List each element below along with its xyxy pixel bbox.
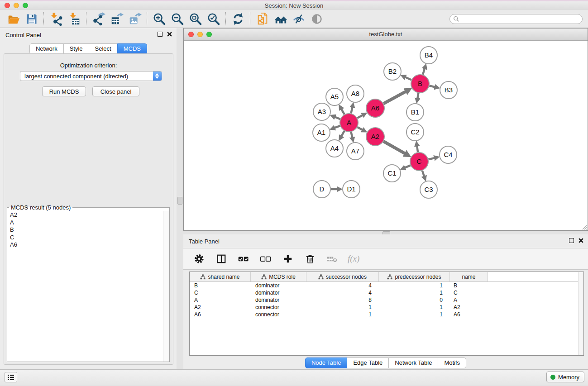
mcds-result-item[interactable]: C <box>10 234 163 242</box>
graph-node-A7[interactable]: A7 <box>347 143 364 160</box>
graph-node-D1[interactable]: D1 <box>343 181 360 198</box>
graph-edge-A-A3[interactable] <box>335 117 340 119</box>
mcds-result-item[interactable]: B <box>10 226 163 234</box>
column-header-shared-name[interactable]: shared name <box>190 272 251 281</box>
mcds-result-item[interactable]: A <box>10 219 163 227</box>
graph-node-B2[interactable]: B2 <box>384 63 401 80</box>
column-header-name[interactable]: name <box>450 272 488 281</box>
graph-node-C2[interactable]: C2 <box>406 124 424 141</box>
graph-node-B4[interactable]: B4 <box>420 47 437 64</box>
clone-network-button[interactable] <box>253 11 272 27</box>
delete-column-button[interactable] <box>303 252 317 266</box>
deselect-all-columns-button[interactable] <box>259 252 272 266</box>
tab-motifs[interactable]: Motifs <box>438 357 466 368</box>
graph-edge-B-B1[interactable] <box>417 93 418 99</box>
column-header-successor-nodes[interactable]: successor nodes <box>306 272 379 281</box>
graph-edge-C-C1[interactable] <box>405 165 410 167</box>
table-settings-button[interactable] <box>192 252 206 266</box>
open-session-button[interactable] <box>5 11 23 27</box>
zoom-out-button[interactable] <box>168 11 186 27</box>
graph-node-C1[interactable]: C1 <box>383 165 401 182</box>
tab-node-table[interactable]: Node Table <box>305 357 348 368</box>
select-all-columns-button[interactable] <box>237 252 250 266</box>
tab-mcds[interactable]: MCDS <box>117 43 147 54</box>
graph-edge-A-A8[interactable] <box>351 107 352 113</box>
graph-node-A1[interactable]: A1 <box>313 124 330 141</box>
graph-node-C3[interactable]: C3 <box>420 181 437 198</box>
network-canvas[interactable]: B4B2BB3A8A5A6A3B1AC2A1A2A4A7C4CC1DD1C3 <box>184 41 588 230</box>
column-header-mcds-role[interactable]: MCDS role <box>251 272 306 281</box>
graph-node-C[interactable]: C <box>410 152 428 171</box>
vertical-splitter[interactable] <box>177 28 183 369</box>
zoom-selected-button[interactable] <box>205 11 223 27</box>
graph-node-A[interactable]: A <box>340 114 358 132</box>
graph-edge-A-A6[interactable] <box>357 115 363 118</box>
splitter-grip[interactable] <box>177 197 182 205</box>
show-column-button[interactable] <box>215 252 228 266</box>
mcds-result-item[interactable]: A6 <box>10 241 163 249</box>
graph-node-D[interactable]: D <box>313 181 330 198</box>
column-header-predecessor-nodes[interactable]: predecessor nodes <box>379 272 450 281</box>
result-scrollbar[interactable] <box>163 211 169 362</box>
graph-node-B[interactable]: B <box>411 75 429 93</box>
tab-network[interactable]: Network <box>29 43 64 54</box>
graph-edge-A-A2[interactable] <box>358 127 363 130</box>
graph-node-A4[interactable]: A4 <box>326 140 343 157</box>
graph-edge-A2-C[interactable] <box>383 141 405 153</box>
graph-edge-C-C2[interactable] <box>417 146 418 152</box>
export-network-button[interactable] <box>90 11 108 27</box>
export-table-button[interactable] <box>108 11 126 27</box>
table-row[interactable]: Cdominator41C <box>190 289 583 296</box>
graph-node-B1[interactable]: B1 <box>406 104 424 121</box>
criterion-dropdown[interactable]: largest connected component (directed) <box>20 71 162 81</box>
graph-node-A6[interactable]: A6 <box>366 99 384 117</box>
table-row[interactable]: Bdominator41B <box>190 282 583 289</box>
graph-edge-B-B3[interactable] <box>429 86 435 87</box>
mcds-result-list[interactable]: A2ABCA6 <box>7 211 163 362</box>
graph-edge-A-A1[interactable] <box>335 126 340 128</box>
close-panel-icon[interactable] <box>578 238 583 243</box>
tab-select[interactable]: Select <box>89 43 118 54</box>
float-panel-icon[interactable] <box>158 32 163 37</box>
graph-edge-B-B2[interactable] <box>405 77 411 80</box>
delete-table-button[interactable] <box>325 252 339 266</box>
close-panel-icon[interactable] <box>167 32 172 37</box>
memory-button[interactable]: Memory <box>546 372 584 382</box>
zoom-in-button[interactable] <box>150 11 168 27</box>
resize-grip-icon[interactable] <box>582 224 587 230</box>
graph-edge-A-A5[interactable] <box>341 109 344 114</box>
import-network-button[interactable] <box>47 11 65 27</box>
zoom-fit-button[interactable] <box>186 11 205 27</box>
show-graphics-details-button[interactable] <box>308 11 326 27</box>
function-builder-button[interactable]: f(x) <box>348 254 359 264</box>
graph-node-C4[interactable]: C4 <box>440 146 457 163</box>
table-scrollbar[interactable] <box>578 272 583 355</box>
save-session-button[interactable] <box>23 11 41 27</box>
search-input[interactable] <box>449 14 583 24</box>
graph-edge-C-C4[interactable] <box>428 158 434 159</box>
close-panel-button[interactable]: Close panel <box>92 86 139 96</box>
home-network-view-button[interactable] <box>272 11 290 27</box>
import-table-button[interactable] <box>65 11 83 27</box>
graph-edge-A-A4[interactable] <box>341 131 344 136</box>
tab-style[interactable]: Style <box>63 43 89 54</box>
graph-node-A8[interactable]: A8 <box>347 85 364 102</box>
horizontal-splitter[interactable] <box>183 231 588 234</box>
graph-node-B3[interactable]: B3 <box>440 81 457 99</box>
table-row[interactable]: A6connector11A6 <box>190 311 583 318</box>
refresh-layout-button[interactable] <box>229 11 247 27</box>
graph-node-A5[interactable]: A5 <box>326 88 343 105</box>
float-panel-icon[interactable] <box>569 238 574 243</box>
network-graph[interactable]: B4B2BB3A8A5A6A3B1AC2A1A2A4A7C4CC1DD1C3 <box>184 41 588 230</box>
show-task-history-button[interactable] <box>5 372 17 382</box>
graph-node-A3[interactable]: A3 <box>313 103 330 120</box>
hide-graphics-details-button[interactable] <box>290 11 308 27</box>
table-row[interactable]: A2connector11A2 <box>190 304 583 311</box>
graph-edge-A6-B[interactable] <box>383 91 406 104</box>
table-row[interactable]: Adominator80A <box>190 296 583 304</box>
tab-network-table[interactable]: Network Table <box>388 357 438 368</box>
graph-edge-C-C3[interactable] <box>422 171 424 176</box>
graph-edge-B-B4[interactable] <box>423 69 425 75</box>
export-image-button[interactable] <box>126 11 144 27</box>
create-column-button[interactable] <box>281 252 295 266</box>
